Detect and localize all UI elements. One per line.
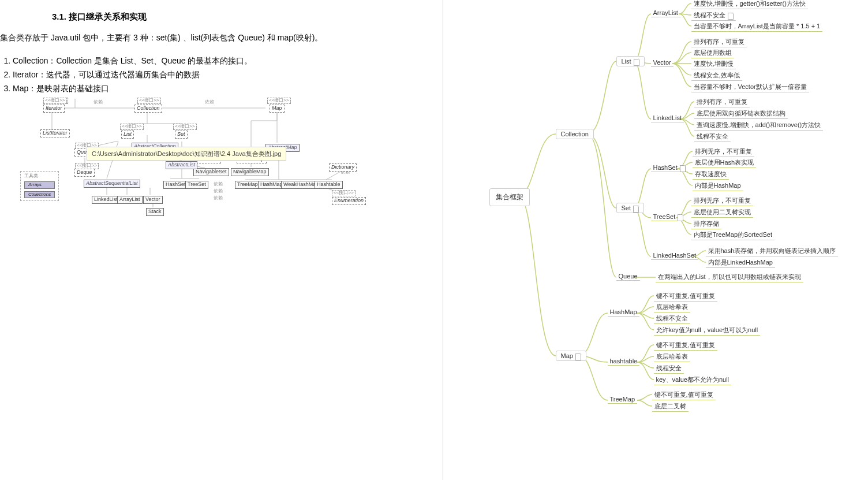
uml-node-listiterator: ListIterator bbox=[40, 129, 70, 137]
uml-node-stack: Stack bbox=[146, 208, 164, 216]
mm-vector: Vector bbox=[651, 59, 674, 67]
iface-tag: <<接口>> bbox=[332, 190, 356, 196]
uml-node-iterator: Iterator bbox=[43, 105, 65, 113]
mm-leaf: 底层哈希表 bbox=[654, 352, 690, 362]
mm-list: List bbox=[616, 56, 645, 66]
mm-queue: Queue bbox=[616, 273, 640, 281]
mm-leaf: 线程安全,效率低 bbox=[691, 71, 742, 81]
mm-treemap: TreeMap bbox=[608, 396, 638, 404]
mm-leaf: 允许key值为null，value也可以为null bbox=[654, 326, 761, 336]
mm-leaf: 存取速度快 bbox=[693, 170, 729, 180]
mm-hashtable: hashtable bbox=[608, 358, 640, 366]
mm-leaf: 内部是LinkedHashMap bbox=[706, 258, 776, 268]
toolbox-label: 工具类 bbox=[24, 173, 38, 178]
uml-node-map: Map bbox=[270, 105, 285, 113]
mm-linkedhashset: LinkedHashSet bbox=[651, 252, 699, 260]
mm-leaf: 当容量不够时，Vector默认扩展一倍容量 bbox=[691, 83, 809, 92]
page-right: 集合框架 Collection List ArrayList 速度快,增删慢，g… bbox=[443, 0, 869, 480]
mm-leaf: 排列有序，可重复 bbox=[694, 98, 750, 107]
uml-node-navigablemap: NavigableMap bbox=[231, 168, 269, 176]
mm-leaf: 底层使用二叉树实现 bbox=[691, 208, 753, 218]
mm-leaf: 查询速度慢,增删快，add()和remove()方法快 bbox=[694, 121, 824, 131]
list-item: Iterator：迭代器，可以通过迭代器遍历集合中的数据 bbox=[13, 70, 425, 80]
iface-tag: <<接口>> bbox=[120, 124, 144, 130]
note-icon bbox=[634, 59, 639, 65]
dep-label: 依赖 bbox=[205, 100, 214, 105]
mm-arraylist: ArrayList bbox=[651, 9, 680, 17]
mm-leaf: 线程不安全 bbox=[691, 11, 736, 21]
mm-leaf: 底层哈希表 bbox=[654, 303, 690, 312]
mm-leaf: 排序存储 bbox=[691, 219, 721, 229]
interface-list: Collection：Collection 是集合 List、Set、Queue… bbox=[0, 56, 425, 94]
iface-tag: <<接口>> bbox=[43, 98, 67, 104]
mm-treeset: TreeSet bbox=[651, 213, 686, 221]
dep-label: 依赖 bbox=[214, 182, 223, 187]
uml-node-list: List bbox=[121, 131, 134, 139]
dep-label: 依赖 bbox=[93, 100, 103, 105]
uml-diagram: <<接口>> <<接口>> <<接口>> <<接口>> <<接口>> <<接口>… bbox=[20, 98, 384, 230]
uml-node-hashset: HashSet bbox=[163, 181, 188, 189]
iface-tag: <<接口>> bbox=[173, 124, 197, 130]
mm-leaf: 速度快,增删慢 bbox=[691, 59, 736, 69]
uml-node-collections: Collections bbox=[24, 191, 55, 199]
mm-set: Set bbox=[616, 203, 645, 213]
iface-tag: <<接口>> bbox=[137, 98, 161, 104]
uml-node-set: Set bbox=[175, 131, 188, 139]
page-left: 3.1. 接口继承关系和实现 集合类存放于 Java.util 包中，主要有 3… bbox=[0, 0, 443, 480]
mm-root: 集合框架 bbox=[489, 188, 530, 206]
mm-leaf: 键不可重复,值可重复 bbox=[654, 341, 717, 351]
mm-leaf: 底层二叉树 bbox=[652, 402, 689, 412]
uml-node-hashtable: Hashtable bbox=[315, 181, 343, 189]
intro-paragraph: 集合类存放于 Java.util 包中，主要有 3 种：set(集) 、list… bbox=[0, 33, 425, 43]
note-icon bbox=[680, 165, 686, 171]
mm-linkedlist: LinkedList bbox=[651, 114, 684, 122]
mm-leaf: 在两端出入的List，所以也可以用数组或链表来实现 bbox=[656, 273, 803, 282]
mm-leaf: 当容量不够时，ArrayList是当前容量 * 1.5 + 1 bbox=[691, 22, 823, 32]
section-title: 3.1. 接口继承关系和实现 bbox=[52, 12, 425, 23]
mm-leaf: 底层使用双向循环链表数据结构 bbox=[694, 109, 788, 119]
dep-label: 依赖 bbox=[214, 189, 223, 194]
uml-node-treemap: TreeMap bbox=[235, 181, 260, 189]
uml-node-arrays: Arrays bbox=[24, 181, 55, 189]
mm-leaf: 排列无序，不可重复 bbox=[693, 147, 754, 157]
mm-leaf: 排列有序，可重复 bbox=[691, 38, 747, 47]
mm-leaf: key、value都不允许为null bbox=[654, 375, 732, 385]
mm-leaf: 底层使用Hash表实现 bbox=[693, 158, 757, 168]
uml-node-dictionary: Dictionary bbox=[329, 163, 357, 172]
mm-map: Map bbox=[556, 351, 586, 361]
mm-leaf: 键不可重复,值可重复 bbox=[654, 292, 717, 302]
mm-leaf: 键不可重复,值可重复 bbox=[652, 390, 716, 400]
mm-leaf: 内部是HashMap bbox=[693, 181, 743, 191]
image-path-tooltip: C:\Users\Administrator\Desktop\doc\知识图谱\… bbox=[87, 147, 286, 161]
mm-leaf: 线程不安全 bbox=[694, 132, 731, 142]
mm-hashmap: HashMap bbox=[608, 308, 639, 317]
mm-leaf: 线程安全 bbox=[654, 364, 684, 374]
uml-node-linkedlist: LinkedList bbox=[92, 196, 120, 204]
uml-node-vector: Vector bbox=[143, 196, 163, 204]
mm-leaf: 底层使用数组 bbox=[691, 49, 734, 58]
mm-leaf: 排列无序，不可重复 bbox=[691, 196, 753, 206]
iface-tag: <<接口>> bbox=[267, 98, 291, 104]
note-icon bbox=[633, 206, 639, 211]
uml-node-abstractlist: AbstractList bbox=[166, 161, 197, 169]
mindmap: 集合框架 Collection List ArrayList 速度快,增删慢，g… bbox=[443, 0, 869, 480]
mm-leaf: 速度快,增删慢，getter()和setter()方法快 bbox=[691, 0, 808, 9]
note-icon bbox=[728, 13, 734, 18]
dep-label: 依赖 bbox=[214, 196, 223, 201]
mm-leaf: 采用hash表存储，并用双向链表记录插入顺序 bbox=[706, 247, 839, 256]
note-icon bbox=[678, 214, 683, 220]
mm-collection: Collection bbox=[556, 129, 594, 139]
mm-leaf: 线程不安全 bbox=[654, 314, 690, 324]
svg-line-29 bbox=[326, 172, 341, 180]
list-item: Map：是映射表的基础接口 bbox=[13, 84, 425, 94]
uml-node-treeset: TreeSet bbox=[185, 181, 208, 189]
uml-node-collection: Collection bbox=[134, 105, 162, 113]
uml-node-navigableset: NavigableSet bbox=[193, 168, 229, 176]
mm-hashset: HashSet bbox=[651, 164, 688, 172]
uml-node-deque: Deque bbox=[74, 169, 95, 177]
uml-toolbox: 工具类 Arrays Collections bbox=[20, 171, 59, 201]
list-item: Collection：Collection 是集合 List、Set、Queue… bbox=[13, 56, 425, 66]
note-icon bbox=[575, 354, 581, 359]
uml-node-arraylist: ArrayList bbox=[117, 196, 143, 204]
uml-node-enumeration: Enumeration bbox=[332, 197, 366, 205]
